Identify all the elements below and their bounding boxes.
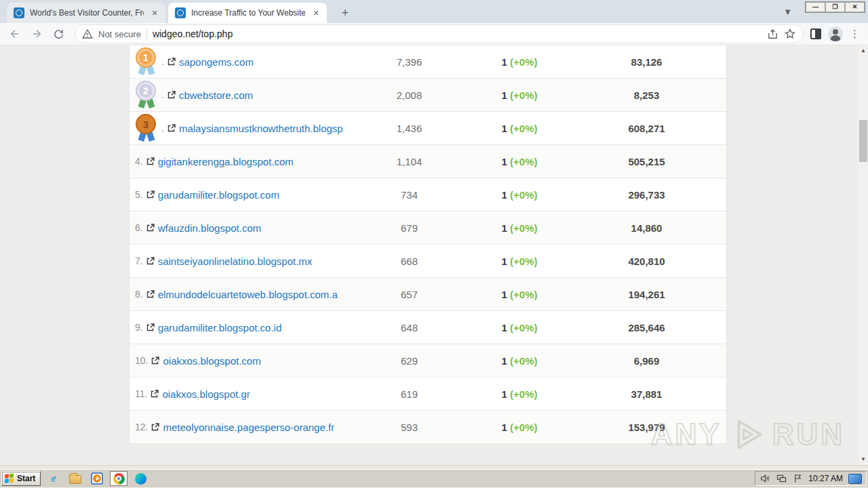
tab-close-icon[interactable]: ✕ (149, 7, 160, 18)
hits-cell: 668 (370, 256, 448, 267)
change-percent: (+0%) (510, 388, 537, 400)
site-cell: 6. wfauzdin.blogspot.com (130, 222, 370, 234)
today-value: 1 (502, 56, 507, 68)
site-link[interactable]: sapongems.com (179, 56, 254, 68)
change-percent: (+0%) (510, 89, 537, 101)
site-link[interactable]: malaysiansmustknowthetruth.blogsp (179, 123, 343, 134)
bookmark-star-icon[interactable] (784, 28, 796, 40)
windows-flag-icon (5, 473, 14, 483)
table-row: 9. garudamiliter.blogspot.co.id 648 1 (+… (130, 311, 726, 344)
change-percent: (+0%) (510, 123, 537, 134)
share-icon[interactable] (767, 28, 778, 40)
total-cell: 296,733 (591, 189, 703, 201)
change-percent: (+0%) (510, 189, 537, 201)
site-link[interactable]: garudamiliter.blogspot.co.id (158, 322, 282, 333)
edge-icon[interactable] (132, 471, 149, 486)
speaker-icon[interactable] (760, 473, 770, 484)
site-link[interactable]: meteolyonnaise.pagesperso-orange.fr (163, 422, 334, 433)
change-percent: (+0%) (510, 156, 537, 167)
ranking-table: 1 . sapongems.com 7,396 1 (+0%) 83,126 2… (129, 45, 727, 444)
external-link-icon[interactable] (167, 58, 176, 66)
hits-cell: 7,396 (370, 56, 448, 68)
chevron-down-icon[interactable]: ▼ (783, 7, 792, 17)
change-percent: (+0%) (510, 56, 537, 68)
scroll-down-icon[interactable]: ▼ (859, 454, 868, 465)
show-desktop-icon[interactable] (848, 474, 862, 484)
new-tab-button[interactable]: + (337, 5, 353, 22)
external-link-icon[interactable] (146, 257, 155, 265)
site-cell: 1 . sapongems.com (130, 47, 370, 77)
security-label: Not secure (98, 29, 141, 39)
start-button[interactable]: Start (1, 471, 41, 486)
site-link[interactable]: gigitankerengga.blogspot.com (158, 156, 294, 167)
site-link[interactable]: cbwebstore.com (179, 89, 253, 101)
external-link-icon[interactable] (146, 323, 155, 331)
network-icon[interactable] (776, 473, 787, 484)
file-explorer-icon[interactable] (66, 471, 84, 486)
external-link-icon[interactable] (151, 357, 159, 365)
scrollbar-thumb[interactable] (859, 120, 867, 162)
site-link[interactable]: wfauzdin.blogspot.com (158, 222, 262, 234)
site-link[interactable]: oiakxos.blogspot.gr (162, 388, 250, 400)
page-content: 1 . sapongems.com 7,396 1 (+0%) 83,126 2… (0, 45, 868, 465)
tab-title: World's Best Visitor Counter, Free hi (30, 8, 144, 18)
scroll-up-icon[interactable]: ▲ (859, 45, 868, 56)
site-link[interactable]: elmundodelcuartetoweb.blogspot.com.a (158, 289, 338, 300)
restore-button[interactable]: ❐ (825, 2, 845, 12)
today-value: 1 (502, 355, 507, 367)
total-cell: 194,261 (591, 289, 703, 300)
minimize-button[interactable]: — (806, 2, 825, 12)
profile-avatar[interactable] (828, 26, 843, 41)
hits-cell: 619 (370, 388, 448, 400)
table-row: 7. saintseiyaonlinelatino.blogspot.mx 66… (130, 245, 726, 278)
tab-visitor-counter[interactable]: World's Best Visitor Counter, Free hi ✕ (7, 3, 165, 23)
external-link-icon[interactable] (167, 124, 176, 132)
change-cell: 1 (+0%) (448, 322, 591, 333)
total-cell: 14,860 (591, 222, 703, 234)
menu-dots-icon[interactable]: ⋮ (850, 30, 860, 37)
site-link[interactable]: saintseiyaonlinelatino.blogspot.mx (158, 256, 313, 267)
external-link-icon[interactable] (146, 290, 155, 298)
anyrun-play-icon (729, 416, 766, 453)
hits-cell: 657 (370, 289, 448, 300)
clock[interactable]: 10:27 AM (808, 474, 843, 483)
table-row: 12. meteolyonnaise.pagesperso-orange.fr … (130, 411, 726, 444)
url-text[interactable]: widgeo.net/top.php (153, 28, 762, 39)
chrome-taskbar-button[interactable] (110, 471, 127, 486)
rank-label: 10. (135, 355, 148, 366)
external-link-icon[interactable] (146, 190, 155, 199)
table-row: 1 . sapongems.com 7,396 1 (+0%) 83,126 (130, 45, 726, 79)
media-player-icon[interactable] (88, 471, 106, 486)
total-cell: 285,646 (591, 322, 703, 333)
external-link-icon[interactable] (146, 157, 155, 165)
address-bar[interactable]: Not secure widgeo.net/top.php (75, 24, 804, 43)
flag-icon[interactable] (793, 473, 803, 484)
widgeo-favicon-icon (14, 7, 24, 18)
change-cell: 1 (+0%) (448, 156, 591, 167)
change-cell: 1 (+0%) (448, 289, 591, 300)
site-link[interactable]: garudamiliter.blogspot.com (158, 189, 279, 201)
reload-icon[interactable] (49, 24, 68, 43)
back-icon[interactable] (5, 24, 24, 43)
hits-cell: 679 (370, 222, 448, 234)
external-link-icon[interactable] (167, 91, 176, 99)
total-cell: 83,126 (591, 56, 703, 68)
tab-close-icon[interactable]: ✕ (311, 7, 321, 18)
browser-toolbar: Not secure widgeo.net/top.php ⋮ (0, 23, 868, 45)
today-value: 1 (502, 222, 507, 234)
vertical-scrollbar[interactable]: ▲ ▼ (859, 45, 868, 465)
today-value: 1 (502, 388, 507, 400)
side-panel-icon[interactable] (810, 28, 821, 39)
table-row: 3 . malaysiansmustknowthetruth.blogsp 1,… (130, 112, 726, 145)
site-link[interactable]: oiakxos.blogspot.com (163, 355, 260, 367)
rank-label: 9. (135, 322, 143, 333)
internet-explorer-icon[interactable]: e (45, 471, 62, 486)
external-link-icon[interactable] (151, 423, 159, 431)
external-link-icon[interactable] (151, 390, 159, 398)
close-button[interactable]: ✕ (845, 2, 865, 12)
external-link-icon[interactable] (146, 224, 155, 232)
tab-increase-traffic[interactable]: Increase Traffic to Your Website by ✕ (168, 3, 327, 23)
today-value: 1 (502, 422, 507, 433)
total-cell: 6,969 (591, 355, 703, 367)
forward-icon[interactable] (27, 24, 46, 43)
